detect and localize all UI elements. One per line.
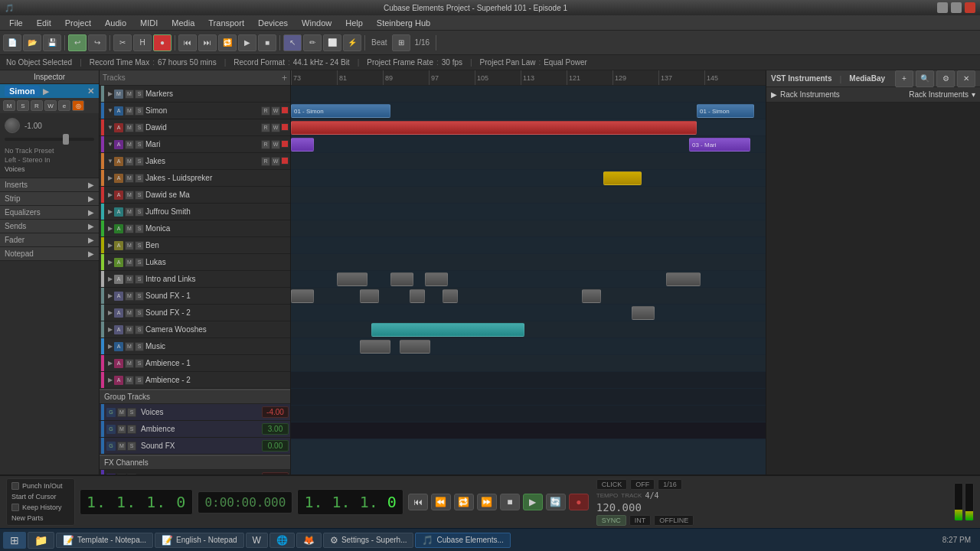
inspector-notepad-header[interactable]: Notepad ▶ <box>0 247 99 260</box>
track-solo-dawid[interactable]: S <box>135 123 144 132</box>
track-row-monica[interactable]: ▶ A M S Monica <box>100 220 290 237</box>
group-track-soundfx[interactable]: G M S Sound FX 0.00 <box>100 438 290 455</box>
track-expand-sfx2[interactable]: ▶ <box>106 309 114 317</box>
menu-media[interactable]: Media <box>165 17 201 29</box>
track-rec-mari[interactable] <box>281 140 289 148</box>
maximize-button[interactable] <box>951 2 962 13</box>
menu-steinberg[interactable]: Steinberg Hub <box>371 17 436 29</box>
toolbar-rewind[interactable]: ⏮ <box>178 34 197 51</box>
transport-play-btn[interactable]: ▶ <box>523 494 543 510</box>
track-mute-sfx2[interactable]: M <box>125 308 134 318</box>
track-rec-simon[interactable] <box>281 106 289 114</box>
track-solo-juffrou[interactable]: S <box>135 207 144 217</box>
arrange-clip-sfx1-4[interactable] <box>443 289 458 303</box>
track-row-jakes[interactable]: ▼ A M S Jakes R W <box>100 153 290 170</box>
track-mute-simon[interactable]: M <box>125 106 134 116</box>
arrange-lane-dawid[interactable] <box>291 119 766 136</box>
arrange-clip-intro-2[interactable] <box>390 272 413 286</box>
inspector-inserts-header[interactable]: Inserts ▶ <box>0 178 99 191</box>
track-expand-amb1[interactable]: ▶ <box>106 360 114 367</box>
track-write-dawid[interactable]: W <box>271 123 280 132</box>
arrange-clip-intro-4[interactable] <box>666 272 701 286</box>
track-expand-simon[interactable]: ▼ <box>106 107 114 115</box>
transport-rewind-btn[interactable]: ⏪ <box>431 494 451 510</box>
track-write-simon[interactable]: W <box>271 106 280 116</box>
arrange-lane-dawid-ma[interactable] <box>291 187 766 204</box>
track-expand-lukas[interactable]: ▶ <box>106 259 114 266</box>
group-mute-soundfx[interactable]: M <box>117 442 126 451</box>
arrange-lane-intro[interactable] <box>291 271 766 288</box>
tracklist-add-btn[interactable]: + <box>282 73 287 83</box>
track-solo-intro[interactable]: S <box>135 275 144 284</box>
menu-help[interactable]: Help <box>339 17 369 29</box>
group-solo-ambience[interactable]: S <box>127 425 136 434</box>
fx-track-delay[interactable]: F M S FX 1-H-Delay Mono -31.5 <box>100 470 290 474</box>
arrange-lane-amb1[interactable] <box>291 338 766 355</box>
track-write-mari[interactable]: W <box>271 140 280 149</box>
track-mute-lukas[interactable]: M <box>125 258 134 267</box>
inspector-monitor-btn[interactable]: ◎ <box>72 100 84 111</box>
track-expand-markers[interactable]: ▶ <box>106 90 114 98</box>
transport-record-btn[interactable]: ● <box>569 494 589 510</box>
arrange-clip-amb1-2[interactable] <box>400 340 430 354</box>
track-mute-ben[interactable]: M <box>125 241 134 250</box>
track-row-mari[interactable]: ▼ A M S Mari R W <box>100 136 290 153</box>
track-solo-mari[interactable]: S <box>135 140 144 149</box>
track-row-amb1[interactable]: ▶ A M S Ambience - 1 <box>100 355 290 372</box>
group-solo-soundfx[interactable]: S <box>127 442 136 451</box>
menu-window[interactable]: Window <box>296 17 338 29</box>
menu-devices[interactable]: Devices <box>252 17 294 29</box>
history-checkbox[interactable] <box>11 504 19 511</box>
arrange-lane-sfx2[interactable] <box>291 305 766 321</box>
track-expand-dawid[interactable]: ▼ <box>106 124 114 132</box>
group-mute-voices[interactable]: M <box>117 408 126 417</box>
track-row-juffrou[interactable]: ▶ A M S Juffrou Smith <box>100 204 290 220</box>
track-solo-lukas[interactable]: S <box>135 258 144 267</box>
toolbar-eraser[interactable]: ⬜ <box>323 34 341 51</box>
track-solo-camera[interactable]: S <box>135 325 144 334</box>
inspector-fader-thumb[interactable] <box>63 134 69 145</box>
taskbar-file-manager[interactable]: 📁 <box>28 532 54 549</box>
arrange-clip-simon-1[interactable]: 01 - Simon <box>291 104 390 118</box>
inspector-write-btn[interactable]: W <box>44 100 57 111</box>
track-solo-markers[interactable]: S <box>135 90 144 99</box>
arrange-clip-sfx2[interactable] <box>632 306 655 320</box>
arrange-clip-sfx1-3[interactable] <box>410 289 425 303</box>
arrange-lane-simon[interactable]: 01 - Simon 01 - Simon <box>291 103 766 119</box>
track-row-ben[interactable]: ▶ A M S Ben <box>100 237 290 254</box>
track-expand-mari[interactable]: ▼ <box>106 141 114 148</box>
right-panel-search-btn[interactable]: 🔍 <box>916 70 934 87</box>
track-row-intro[interactable]: ▶ A M S Intro and Links <box>100 271 290 288</box>
track-row-sfx2[interactable]: ▶ A M S Sound FX - 2 <box>100 305 290 321</box>
track-solo-sfx1[interactable]: S <box>135 292 144 301</box>
arrange-lane-juffrou[interactable] <box>291 204 766 220</box>
taskbar-firefox[interactable]: 🦊 <box>296 533 322 548</box>
toolbar-loop[interactable]: 🔁 <box>218 34 237 51</box>
track-expand-intro[interactable]: ▶ <box>106 276 114 283</box>
arrange-clip-amb1-1[interactable] <box>360 340 390 354</box>
start-button[interactable]: ⊞ <box>3 532 26 549</box>
transport-forward-btn[interactable]: ⏩ <box>477 494 497 510</box>
track-read-simon[interactable]: R <box>261 106 270 116</box>
track-row-camera[interactable]: ▶ A M S Camera Wooshes <box>100 321 290 338</box>
toolbar-redo[interactable]: ↪ <box>88 34 106 51</box>
track-rec-jakes[interactable] <box>281 157 289 165</box>
arrange-clip-jakes-luid[interactable] <box>603 171 642 185</box>
track-solo-simon[interactable]: S <box>135 106 144 116</box>
arrange-lane-markers[interactable] <box>291 86 766 103</box>
track-row-simon[interactable]: ▼ A M S Simon R W <box>100 103 290 119</box>
arrange-clip-intro-1[interactable] <box>337 272 368 286</box>
track-solo-dawid-ma[interactable]: S <box>135 191 144 200</box>
inspector-track-name[interactable]: Simon ▶ ✕ <box>0 84 99 98</box>
track-solo-jakes[interactable]: S <box>135 157 144 166</box>
arrange-lane-amb2[interactable] <box>291 355 766 372</box>
arrange-clip-simon-2[interactable]: 01 - Simon <box>697 104 754 118</box>
toolbar-history[interactable]: H <box>133 34 152 51</box>
track-mute-camera[interactable]: M <box>125 325 134 334</box>
toolbar-play[interactable]: ▶ <box>238 34 256 51</box>
toolbar-save[interactable]: 💾 <box>43 34 61 51</box>
track-expand-sfx1[interactable]: ▶ <box>106 292 114 300</box>
track-mute-juffrou[interactable]: M <box>125 207 134 217</box>
inspector-solo-btn[interactable]: S <box>17 100 29 111</box>
right-panel-settings-btn[interactable]: ⚙ <box>936 70 955 87</box>
